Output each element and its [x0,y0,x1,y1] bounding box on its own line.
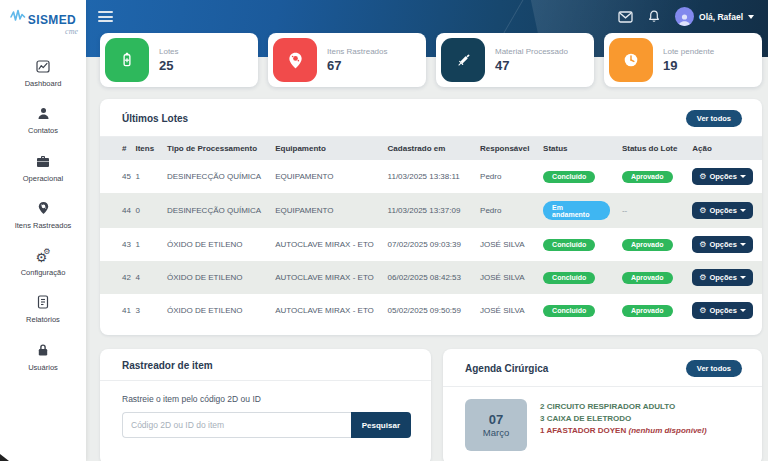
sidebar-item-contatos[interactable]: Contatos [0,97,86,144]
cell-itens: 0 [129,193,161,228]
cell-data: 11/03/2025 13:37:09 [382,193,474,228]
caret-down-icon [740,175,746,178]
panel-title: Rastreador de item [122,360,213,371]
agenda-item: 1 AFASTADOR DOYEN (nenhum disponível) [540,426,707,435]
column-header: Cadastrado em [382,137,474,160]
cell-data: 07/02/2025 09:03:39 [382,228,474,261]
sidebar-item-operacional[interactable]: Operacional [0,145,86,192]
gear-icon: ⚙ [699,274,706,282]
sidebar-item-itens-rastreados[interactable]: Itens Rastreados [0,192,86,239]
cell-tipo: ÓXIDO DE ETILENO [161,261,269,294]
ultimos-lotes-panel: Últimos Lotes Ver todos # Itens Tip [100,99,762,335]
stat-label: Lote pendente [663,47,714,56]
sidebar-item-label: Relatórios [26,316,60,324]
stat-card-material-processado: Material Processado 47 [436,33,594,87]
rastreador-panel: Rastreador de item Rastreie o item pelo … [100,349,431,461]
status-badge: Concluído [543,171,595,183]
sidebar-item-relatorios[interactable]: Relatórios [0,286,86,333]
cell-responsavel: Pedro [474,160,537,193]
panel-title: Últimos Lotes [122,113,188,124]
cell-itens: 1 [129,228,161,261]
table-row: 45 1 DESINFECÇÃO QUÍMICA EQUIPAMENTO 11/… [100,160,762,193]
cell-data: 05/02/2025 09:50:59 [382,294,474,327]
cell-equipamento: AUTOCLAVE MIRAX - ETO [269,261,381,294]
cell-equipamento: EQUIPAMENTO [269,160,381,193]
cell-tipo: DESINFECÇÃO QUÍMICA [161,193,269,228]
cell-itens: 3 [129,294,161,327]
sidebar: SISMED cme Dashboard Contatos O [0,0,86,461]
app-window: SISMED cme Dashboard Contatos O [0,0,768,461]
cell-tipo: ÓXIDO DE ETILENO [161,294,269,327]
table-row: 44 0 DESINFECÇÃO QUÍMICA EQUIPAMENTO 11/… [100,193,762,228]
bell-icon[interactable] [648,10,660,23]
sidebar-item-label: Usuários [28,364,58,372]
status-badge: Concluído [543,239,595,251]
item-code-input[interactable] [122,412,351,438]
waveform-icon [10,8,26,27]
lote-status-badge: Aprovado [622,239,673,251]
cell-responsavel: JOSÉ SILVA [474,294,537,327]
sidebar-item-label: Itens Rastreados [15,222,72,230]
opcoes-button[interactable]: ⚙Opções [692,302,753,319]
lote-status-badge: Aprovado [622,305,673,317]
column-header: Ação [686,137,762,160]
main-area: Olá, Rafael Lotes 25 [86,0,768,461]
cell-itens: 1 [129,160,161,193]
tracker-pin-icon [37,201,50,219]
caret-down-icon [740,243,746,246]
content: Últimos Lotes Ver todos # Itens Tip [86,87,768,461]
ver-todos-lotes-button[interactable]: Ver todos [686,110,742,127]
cursor-artifact [0,454,9,461]
stat-card-lote-pendente: Lote pendente 19 [604,33,762,87]
sidebar-item-configuracao[interactable]: ⚙⚙ Configuração [0,239,86,286]
tracker-label: Rastreie o item pelo código 2D ou ID [122,394,411,404]
cell-responsavel: JOSÉ SILVA [474,228,537,261]
caret-down-icon [740,309,746,312]
stats-row: Lotes 25 Itens Rastreados 67 Material [86,33,768,87]
agenda-date: 07 Março [465,399,527,451]
report-icon [37,295,49,313]
brand-logo: SISMED cme [0,0,86,40]
agenda-item: 2 CIRCUITO RESPIRADOR ADULTO [540,402,707,411]
user-menu[interactable]: Olá, Rafael [675,7,754,26]
table-header-row: # Itens Tipo de Processamento Equipament… [100,137,762,160]
sidebar-item-dashboard[interactable]: Dashboard [0,50,86,97]
sidebar-item-label: Operacional [23,175,63,183]
stat-label: Lotes [159,47,179,56]
cell-id: 44 [100,193,129,228]
caret-down-icon [748,15,754,19]
cell-id: 41 [100,294,129,327]
stat-value: 67 [327,58,387,73]
sidebar-item-usuarios[interactable]: Usuários [0,334,86,381]
pesquisar-button[interactable]: Pesquisar [351,412,411,438]
cell-id: 45 [100,160,129,193]
ver-todos-agenda-button[interactable]: Ver todos [686,360,742,377]
sidebar-nav: Dashboard Contatos Operacional Itens Ras… [0,50,86,381]
opcoes-button[interactable]: ⚙Opções [692,168,753,185]
opcoes-button[interactable]: ⚙Opções [692,202,753,219]
caret-down-icon [740,276,746,279]
cell-data: 11/03/2025 13:38:11 [382,160,474,193]
gear-icon: ⚙ [699,207,706,215]
cell-equipamento: EQUIPAMENTO [269,193,381,228]
topbar: Olá, Rafael [86,0,768,33]
status-badge: Concluído [543,272,595,284]
stat-card-lotes: Lotes 25 [100,33,258,87]
lotes-table: # Itens Tipo de Processamento Equipament… [100,137,762,327]
opcoes-button[interactable]: ⚙Opções [692,269,753,286]
lote-status-empty: -- [622,206,627,215]
lote-status-badge: Aprovado [622,171,673,183]
gear-icon: ⚙ [699,241,706,249]
opcoes-button[interactable]: ⚙Opções [692,236,753,253]
user-greeting: Olá, Rafael [699,12,743,22]
envelope-icon[interactable] [618,11,633,23]
agenda-item-note: (nenhum disponível) [628,426,706,435]
status-badge: Concluído [543,305,595,317]
agenda-date-day: 07 [489,412,503,427]
stat-value: 19 [663,58,714,73]
hamburger-icon[interactable] [98,11,113,22]
person-icon [37,106,50,124]
table-row: 41 3 ÓXIDO DE ETILENO AUTOCLAVE MIRAX - … [100,294,762,327]
clock-icon [609,38,653,82]
status-badge: Em andamento [543,201,610,220]
